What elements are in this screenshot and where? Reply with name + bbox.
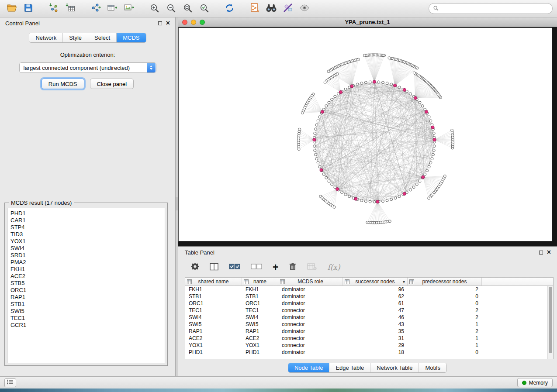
network-node[interactable] — [314, 149, 316, 151]
network-node[interactable] — [377, 81, 380, 83]
delete-table-button[interactable] — [307, 263, 317, 272]
traffic-light-close-icon[interactable] — [182, 20, 187, 25]
network-node[interactable] — [324, 81, 326, 83]
network-node[interactable] — [433, 145, 436, 148]
column-header-shared-name[interactable]: shared name — [185, 278, 242, 285]
network-node[interactable] — [317, 120, 319, 122]
network-hub-node[interactable] — [373, 80, 376, 83]
mcds-result-item[interactable]: STP4 — [10, 224, 165, 231]
network-node[interactable] — [373, 200, 376, 203]
network-node[interactable] — [364, 200, 367, 203]
table-row[interactable]: ACE2ACE2connector311 — [185, 335, 553, 342]
network-node[interactable] — [429, 120, 432, 122]
column-header-name[interactable]: name — [242, 278, 278, 285]
table-scrollbar-thumb[interactable] — [549, 287, 552, 353]
network-node[interactable] — [415, 183, 418, 186]
network-hub-node[interactable] — [320, 168, 323, 172]
network-node[interactable] — [390, 83, 393, 86]
network-node[interactable] — [360, 82, 363, 85]
network-node[interactable] — [369, 81, 371, 83]
network-node[interactable] — [432, 132, 435, 134]
network-node[interactable] — [443, 175, 446, 178]
table-row[interactable]: SWI5SWI5connector431 — [185, 321, 553, 328]
open-file-button[interactable] — [4, 2, 19, 15]
network-hub-node[interactable] — [376, 200, 379, 203]
network-node[interactable] — [315, 124, 318, 126]
network-node[interactable] — [327, 70, 330, 73]
network-node[interactable] — [314, 128, 317, 131]
save-session-button[interactable] — [21, 2, 36, 15]
network-node[interactable] — [315, 158, 318, 160]
zoom-selected-button[interactable] — [197, 2, 211, 15]
network-node[interactable] — [334, 95, 336, 98]
network-node[interactable] — [314, 132, 316, 134]
network-node[interactable] — [426, 169, 429, 172]
network-hub-node[interactable] — [403, 88, 406, 91]
mcds-result-item[interactable]: STB1 — [10, 301, 165, 308]
network-view-titlebar[interactable]: YPA_prune.txt_1 — [178, 17, 557, 27]
refresh-button[interactable] — [222, 2, 237, 15]
table-scrollbar[interactable] — [547, 286, 553, 359]
network-node[interactable] — [344, 88, 347, 90]
network-node[interactable] — [322, 173, 325, 175]
show-details-button[interactable] — [297, 2, 312, 15]
zoom-out-button[interactable] — [163, 2, 178, 15]
export-table-button[interactable] — [105, 2, 120, 15]
import-network-button[interactable] — [46, 2, 61, 15]
table-row[interactable]: FKH1FKH1dominator962 — [185, 286, 553, 293]
network-hub-node[interactable] — [425, 110, 428, 113]
network-node[interactable] — [363, 54, 366, 57]
column-header-successor-nodes[interactable]: successor nodes▾ — [343, 278, 408, 285]
network-node[interactable] — [317, 162, 319, 164]
close-table-panel-icon[interactable]: × — [547, 250, 551, 255]
network-node[interactable] — [388, 57, 391, 59]
run-mcds-button[interactable]: Run MCDS — [42, 79, 84, 89]
network-hub-node[interactable] — [431, 126, 434, 129]
tab-mcds[interactable]: MCDS — [117, 33, 145, 42]
panel-menu-button[interactable] — [4, 378, 16, 387]
network-node[interactable] — [344, 193, 347, 196]
import-table-button[interactable] — [63, 2, 78, 15]
network-node[interactable] — [314, 153, 317, 156]
network-node[interactable] — [398, 195, 401, 198]
table-row[interactable]: SWI4SWI4dominator462 — [185, 314, 553, 321]
function-builder-button[interactable]: f(x) — [327, 263, 340, 272]
mcds-result-item[interactable]: PHD1 — [10, 210, 165, 217]
network-node[interactable] — [325, 176, 328, 179]
new-network-from-selection-button[interactable] — [247, 2, 262, 15]
mcds-result-item[interactable]: RAP1 — [10, 294, 165, 301]
network-node[interactable] — [431, 158, 433, 160]
show-columns-button[interactable] — [210, 263, 218, 272]
network-node[interactable] — [428, 165, 430, 168]
export-image-button[interactable] — [121, 2, 136, 15]
network-node[interactable] — [328, 101, 330, 104]
network-node[interactable] — [341, 191, 343, 194]
float-table-panel-icon[interactable] — [539, 251, 543, 254]
network-node[interactable] — [386, 82, 388, 85]
network-hub-node[interactable] — [354, 197, 357, 200]
tab-network[interactable]: Network — [29, 33, 63, 42]
mcds-result-item[interactable]: ACE2 — [10, 273, 165, 280]
tab-edge-table[interactable]: Edge Table — [329, 363, 370, 372]
table-settings-button[interactable] — [191, 262, 199, 272]
network-node[interactable] — [382, 200, 384, 203]
tab-network-table[interactable]: Network Table — [370, 363, 419, 372]
network-node[interactable] — [301, 112, 304, 114]
network-node[interactable] — [412, 186, 415, 189]
network-node[interactable] — [413, 72, 415, 74]
network-hub-node[interactable] — [339, 90, 342, 93]
mcds-result-item[interactable]: STB5 — [10, 280, 165, 287]
network-node[interactable] — [331, 98, 333, 101]
network-node[interactable] — [451, 129, 453, 131]
column-header-MCDS-role[interactable]: MCDS role — [278, 278, 343, 285]
search-box[interactable] — [429, 3, 553, 14]
float-panel-icon[interactable] — [158, 21, 162, 25]
table-row[interactable]: TEC1TEC1connector472 — [185, 307, 553, 314]
network-node[interactable] — [386, 199, 388, 202]
network-node[interactable] — [348, 195, 351, 198]
network-node[interactable] — [364, 81, 367, 84]
mcds-result-item[interactable]: ORC1 — [10, 287, 165, 294]
network-hub-node[interactable] — [336, 188, 339, 191]
column-header-predecessor-nodes[interactable]: predecessor nodes — [408, 278, 482, 285]
network-node[interactable] — [432, 153, 434, 156]
